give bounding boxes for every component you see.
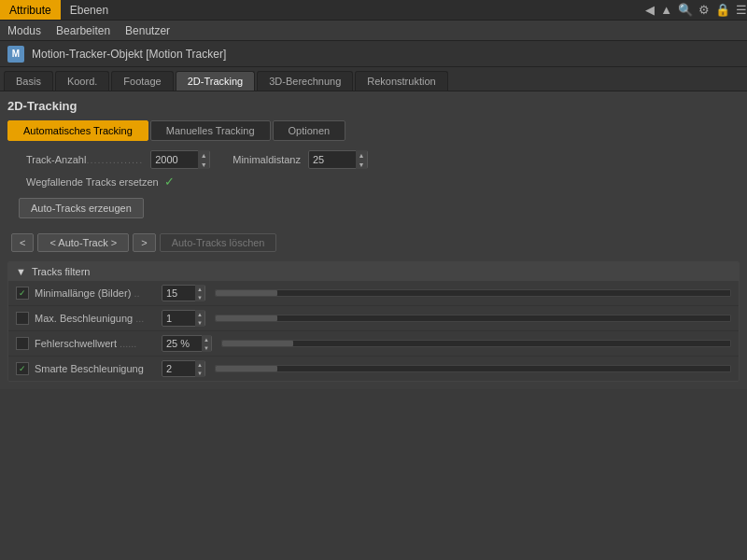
- fehlerschwellwert-dots: ......: [117, 338, 136, 349]
- minimallange-input[interactable]: [162, 287, 195, 299]
- tab-footage[interactable]: Footage: [111, 71, 173, 91]
- section-title: 2D-Tracking: [7, 99, 740, 113]
- menu-benutzer[interactable]: Benutzer: [125, 24, 170, 37]
- max-beschleunigung-down[interactable]: ▼: [195, 318, 204, 327]
- menu-icon[interactable]: ☰: [736, 3, 747, 17]
- fehlerschwellwert-down[interactable]: ▼: [202, 343, 211, 352]
- next-button[interactable]: >: [133, 233, 155, 252]
- back-icon[interactable]: ◀: [645, 3, 655, 17]
- minimaldistanz-label: Minimaldistanz: [233, 154, 301, 165]
- menu-modus[interactable]: Modus: [7, 24, 41, 37]
- smarte-beschleunigung-slider[interactable]: [215, 365, 731, 372]
- table-row: ✓ Minimallänge (Bilder) .. ▲ ▼: [8, 281, 739, 306]
- minimaldistanz-input[interactable]: [309, 154, 356, 165]
- tracks-filtern-label: Tracks filtern: [32, 266, 91, 277]
- max-beschleunigung-up[interactable]: ▲: [195, 310, 204, 318]
- smarte-beschleunigung-input[interactable]: [162, 363, 195, 374]
- max-beschleunigung-arrows: ▲ ▼: [195, 310, 204, 327]
- top-right-icons: ◀ ▲ 🔍 ⚙ 🔒 ☰: [645, 0, 747, 20]
- fehlerschwellwert-checkbox[interactable]: ✓: [16, 337, 29, 350]
- main-content: 2D-Tracking Automatisches Tracking Manue…: [0, 91, 747, 389]
- tracks-filtern-chevron: ▼: [16, 266, 26, 277]
- fehlerschwellwert-input-group[interactable]: ▲ ▼: [162, 335, 212, 352]
- track-anzahl-dots: ...............: [86, 154, 143, 165]
- wegfallende-tracks-label: Wegfallende Tracks ersetzen: [26, 176, 159, 188]
- smarte-beschleunigung-up[interactable]: ▲: [195, 360, 204, 369]
- tab-koord[interactable]: Koord.: [55, 71, 109, 91]
- settings-icon[interactable]: ⚙: [698, 3, 710, 17]
- smarte-beschleunigung-label-text: Smarte Beschleunigung: [35, 363, 144, 374]
- sub-tab-manual[interactable]: Manuelles Tracking: [150, 120, 271, 141]
- tab-2d-tracking[interactable]: 2D-Tracking: [176, 71, 256, 91]
- max-beschleunigung-label: Max. Beschleunigung ...: [35, 313, 156, 324]
- top-menu-bar: Attribute Ebenen ◀ ▲ 🔍 ⚙ 🔒 ☰: [0, 0, 747, 21]
- minimallange-up[interactable]: ▲: [195, 285, 204, 293]
- menu-tab-attribute[interactable]: Attribute: [0, 0, 61, 20]
- lock-icon[interactable]: 🔒: [715, 3, 730, 17]
- max-beschleunigung-label-text: Max. Beschleunigung: [35, 313, 133, 324]
- track-anzahl-input[interactable]: [151, 154, 198, 165]
- minimallange-slider-fill: [216, 290, 277, 296]
- tab-rekonstruktion[interactable]: Rekonstruktion: [355, 71, 447, 91]
- search-icon[interactable]: 🔍: [678, 3, 693, 17]
- track-anzahl-row: Track-Anzahl............... ▲ ▼ Minimald…: [7, 150, 740, 169]
- minimallange-arrows: ▲ ▼: [195, 285, 204, 301]
- track-anzahl-arrows: ▲ ▼: [198, 150, 209, 169]
- minimallange-slider[interactable]: [215, 289, 731, 297]
- sub-tab-row: Automatisches Tracking Manuelles Trackin…: [7, 120, 740, 141]
- table-row: ✓ Max. Beschleunigung ... ▲ ▼: [8, 306, 739, 331]
- minimallange-input-group[interactable]: ▲ ▼: [162, 285, 205, 301]
- max-beschleunigung-input[interactable]: [162, 313, 195, 324]
- minimaldistanz-up[interactable]: ▲: [356, 150, 367, 160]
- fehlerschwellwert-label-text: Fehlerschwellwert: [35, 338, 117, 349]
- smarte-beschleunigung-checkbox[interactable]: ✓: [16, 362, 29, 375]
- max-beschleunigung-checkbox[interactable]: ✓: [16, 312, 29, 325]
- minimallange-dots: ..: [131, 287, 139, 299]
- smarte-beschleunigung-down[interactable]: ▼: [195, 369, 204, 377]
- minimallange-label-text: Minimallänge (Bilder): [35, 287, 131, 299]
- sub-tab-options[interactable]: Optionen: [273, 120, 346, 141]
- tab-3d-berechnung[interactable]: 3D-Berechnung: [257, 71, 353, 91]
- track-anzahl-label: Track-Anzahl...............: [26, 154, 143, 165]
- wegfallende-tracks-row: Wegfallende Tracks ersetzen ✓: [7, 175, 740, 189]
- auto-tracks-erzeugen-button[interactable]: Auto-Tracks erzeugen: [19, 198, 144, 218]
- smarte-beschleunigung-input-group[interactable]: ▲ ▼: [162, 360, 205, 377]
- fehlerschwellwert-input[interactable]: [162, 338, 202, 349]
- tracks-filtern-section: ▼ Tracks filtern ✓ Minimallänge (Bilder)…: [7, 261, 740, 382]
- max-beschleunigung-slider[interactable]: [215, 315, 731, 322]
- track-anzahl-down[interactable]: ▼: [198, 160, 209, 169]
- track-anzahl-up[interactable]: ▲: [198, 150, 209, 160]
- menu-tab-ebenen[interactable]: Ebenen: [61, 0, 118, 20]
- minimallange-checkbox[interactable]: ✓: [16, 287, 29, 300]
- minimaldistanz-arrows: ▲ ▼: [356, 150, 367, 169]
- menu-bearbeiten[interactable]: Bearbeiten: [56, 24, 110, 37]
- auto-tracks-btn-container: Auto-Tracks erzeugen: [19, 198, 740, 226]
- prev-button[interactable]: <: [11, 233, 34, 252]
- max-beschleunigung-slider-fill: [216, 315, 277, 321]
- max-beschleunigung-input-group[interactable]: ▲ ▼: [162, 310, 205, 327]
- tab-basis[interactable]: Basis: [4, 71, 53, 91]
- smarte-beschleunigung-arrows: ▲ ▼: [195, 360, 204, 377]
- object-title: Motion-Tracker-Objekt [Motion Tracker]: [32, 48, 226, 61]
- table-row: ✓ Smarte Beschleunigung ▲ ▼: [8, 357, 739, 381]
- wegfallende-tracks-check[interactable]: ✓: [164, 175, 175, 189]
- minimallange-down[interactable]: ▼: [195, 293, 204, 301]
- fehlerschwellwert-up[interactable]: ▲: [202, 335, 211, 343]
- minimaldistanz-down[interactable]: ▼: [356, 160, 367, 169]
- max-beschleunigung-dots: ...: [133, 313, 144, 324]
- track-anzahl-input-group[interactable]: ▲ ▼: [150, 150, 210, 169]
- minimallange-label: Minimallänge (Bilder) ..: [35, 287, 156, 299]
- smarte-beschleunigung-slider-fill: [216, 366, 277, 371]
- object-title-bar: M Motion-Tracker-Objekt [Motion Tracker]: [0, 41, 747, 67]
- fehlerschwellwert-slider-fill: [222, 341, 293, 346]
- track-anzahl-label-text: Track-Anzahl: [26, 154, 86, 165]
- sub-tab-auto[interactable]: Automatisches Tracking: [7, 120, 148, 141]
- tracks-filtern-header[interactable]: ▼ Tracks filtern: [8, 262, 739, 281]
- auto-track-center-button[interactable]: < Auto-Track >: [37, 233, 129, 252]
- table-row: ✓ Fehlerschwellwert ...... ▲ ▼: [8, 331, 739, 357]
- forward-icon[interactable]: ▲: [660, 3, 672, 17]
- smarte-beschleunigung-label: Smarte Beschleunigung: [35, 363, 156, 374]
- minimaldistanz-input-group[interactable]: ▲ ▼: [308, 150, 368, 169]
- object-icon: M: [7, 46, 24, 63]
- fehlerschwellwert-slider[interactable]: [221, 340, 731, 347]
